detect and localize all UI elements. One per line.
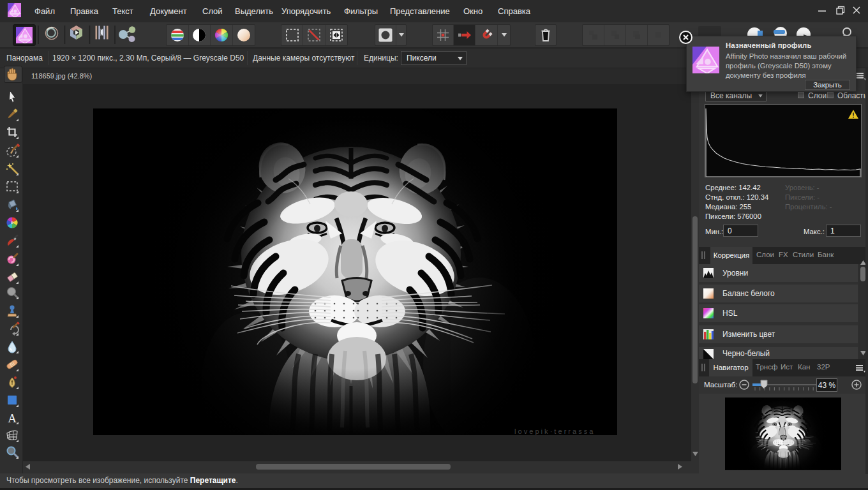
svg-text:l o v e p i k · t e r r a s s: l o v e p i k · t e r r a s s a — [514, 427, 594, 435]
svg-text:A: A — [8, 412, 17, 425]
